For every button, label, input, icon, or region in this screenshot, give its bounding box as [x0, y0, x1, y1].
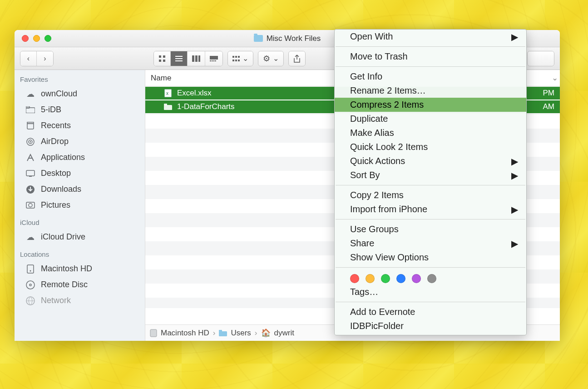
icon-view-button[interactable] — [154, 51, 171, 66]
sidebar-item-recents[interactable]: Recents — [15, 118, 145, 134]
svg-rect-17 — [232, 60, 234, 61]
path-crumb-label: Macintosh HD — [161, 329, 209, 338]
tag-blue[interactable] — [396, 274, 405, 283]
submenu-arrow-icon: ▶ — [511, 238, 518, 249]
menu-item-label: Duplicate — [350, 114, 388, 124]
menu-item-quick-actions[interactable]: Quick Actions▶ — [335, 154, 526, 168]
sidebar-item-airdrop[interactable]: AirDrop — [15, 134, 145, 150]
tag-green[interactable] — [381, 274, 390, 283]
menu-item-open-with[interactable]: Open With▶ — [335, 30, 526, 44]
menu-separator — [336, 219, 525, 219]
svg-rect-28 — [29, 176, 32, 177]
chevron-down-icon: ⌄ — [242, 54, 248, 63]
tag-gray[interactable] — [427, 274, 436, 283]
sidebar-item-pictures[interactable]: Pictures — [15, 197, 145, 213]
excel-file-icon: x — [163, 89, 173, 97]
sidebar-item-icloud-drive[interactable]: ☁︎iCloud Drive — [15, 229, 145, 245]
menu-item-label: Tags… — [350, 287, 378, 297]
menu-item-import-iphone[interactable]: Import from iPhone▶ — [335, 202, 526, 216]
back-button[interactable]: ‹ — [20, 51, 37, 66]
menu-separator — [336, 185, 525, 185]
tag-red[interactable] — [350, 274, 359, 283]
file-date: PM — [543, 89, 555, 98]
menu-item-label: IDBPicFolder — [350, 321, 404, 331]
menu-item-share[interactable]: Share▶ — [335, 236, 526, 250]
chevron-down-icon: ⌄ — [273, 54, 279, 63]
path-crumb[interactable]: Users› — [219, 329, 257, 338]
menu-item-quick-look[interactable]: Quick Look 2 Items — [335, 140, 526, 154]
action-menu[interactable]: ⚙︎⌄ — [258, 51, 284, 66]
sidebar-item-remote-disc[interactable]: Remote Disc — [15, 277, 145, 293]
chevron-down-icon[interactable]: ⌄ — [552, 73, 558, 83]
minimize-window-button[interactable] — [33, 35, 40, 42]
svg-rect-3 — [163, 60, 165, 62]
list-view-button[interactable] — [171, 51, 188, 66]
action-button[interactable]: ⚙︎⌄ — [258, 51, 283, 66]
view-switcher — [153, 51, 223, 66]
gallery-view-button[interactable] — [205, 51, 222, 66]
forward-button[interactable]: › — [37, 51, 53, 66]
path-crumb[interactable]: Macintosh HD› — [150, 329, 215, 338]
folder-icon — [25, 105, 35, 115]
menu-item-rename[interactable]: Rename 2 Items… — [335, 84, 526, 98]
search-area[interactable] — [527, 51, 554, 66]
sidebar-item-5idb[interactable]: 5-iDB — [15, 102, 145, 118]
menu-item-copy[interactable]: Copy 2 Items — [335, 188, 526, 202]
context-menu: Open With▶ Move to Trash Get Info Rename… — [334, 29, 527, 335]
svg-rect-0 — [159, 55, 161, 58]
sidebar-item-macintosh-hd[interactable]: Macintosh HD — [15, 261, 145, 277]
tag-purple[interactable] — [412, 274, 421, 283]
menu-item-label: Import from iPhone — [350, 204, 427, 214]
svg-point-26 — [30, 141, 31, 142]
sidebar-item-applications[interactable]: Applications — [15, 150, 145, 165]
group-by[interactable]: ⌄ — [227, 51, 253, 66]
svg-rect-6 — [175, 60, 183, 61]
menu-item-label: Show View Options — [350, 252, 429, 263]
search-field[interactable] — [528, 51, 554, 66]
gear-icon: ⚙︎ — [263, 54, 270, 64]
svg-rect-5 — [175, 58, 183, 59]
chevron-left-icon: ‹ — [27, 55, 30, 63]
hdd-icon — [25, 264, 35, 274]
column-view-button[interactable] — [188, 51, 205, 66]
column-header-name-label: Name — [151, 74, 171, 83]
menu-item-use-groups[interactable]: Use Groups — [335, 222, 526, 236]
path-crumb-label: dywrit — [274, 329, 294, 338]
downloads-icon — [25, 185, 35, 194]
menu-item-get-info[interactable]: Get Info — [335, 70, 526, 84]
disc-icon — [25, 280, 35, 289]
share-button[interactable] — [289, 51, 305, 66]
svg-rect-1 — [163, 55, 165, 58]
path-crumb[interactable]: 🏠 dywrit — [261, 328, 294, 338]
menu-item-move-to-trash[interactable]: Move to Trash — [335, 50, 526, 64]
sidebar-item-downloads[interactable]: Downloads — [15, 181, 145, 197]
sidebar-item-owncloud[interactable]: ☁︎ownCloud — [15, 86, 145, 102]
zoom-window-button[interactable] — [44, 35, 51, 42]
menu-item-compress[interactable]: Compress 2 Items — [335, 98, 526, 112]
svg-rect-21 — [26, 106, 30, 108]
users-folder-icon — [219, 330, 227, 336]
sidebar-item-network[interactable]: Network — [15, 293, 145, 309]
menu-item-label: Quick Actions — [350, 156, 405, 166]
menu-item-make-alias[interactable]: Make Alias — [335, 126, 526, 140]
menu-item-label: Get Info — [350, 71, 382, 82]
menu-item-add-to-evernote[interactable]: Add to Evernote — [335, 305, 526, 319]
sidebar-item-desktop[interactable]: Desktop — [15, 165, 145, 181]
menu-item-show-view-options[interactable]: Show View Options — [335, 250, 526, 264]
home-icon: 🏠 — [261, 328, 271, 338]
share-icon — [294, 55, 300, 63]
menu-item-label: Compress 2 Items — [350, 100, 424, 110]
menu-item-sort-by[interactable]: Sort By▶ — [335, 168, 526, 182]
svg-rect-7 — [192, 55, 194, 62]
menu-item-idbpicfolder[interactable]: IDBPicFolder — [335, 319, 526, 333]
close-window-button[interactable] — [22, 35, 29, 42]
svg-point-35 — [30, 284, 31, 286]
globe-icon — [25, 296, 35, 305]
grid-small-icon — [232, 56, 240, 61]
share-menu[interactable] — [288, 51, 306, 66]
arrange-button[interactable]: ⌄ — [228, 51, 253, 66]
menu-item-tags[interactable]: Tags… — [335, 285, 526, 299]
cloud-icon: ☁︎ — [25, 233, 35, 242]
menu-item-duplicate[interactable]: Duplicate — [335, 112, 526, 126]
tag-yellow[interactable] — [366, 274, 375, 283]
